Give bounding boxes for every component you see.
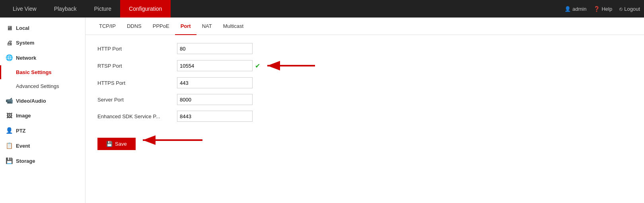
- ptz-icon: 👤: [6, 127, 13, 134]
- monitor-icon: 🖥: [6, 25, 13, 31]
- video-icon: 📹: [6, 97, 13, 104]
- storage-icon: 💾: [6, 157, 13, 164]
- sidebar-label-advanced-settings: Advanced Settings: [16, 83, 59, 89]
- rtsp-arrow: [263, 60, 319, 72]
- save-label: Save: [115, 141, 127, 147]
- https-port-input[interactable]: [177, 77, 253, 88]
- sidebar-label-event: Event: [16, 143, 30, 149]
- tab-ddns[interactable]: DDNS: [121, 18, 147, 35]
- tab-tcpip[interactable]: TCP/IP: [93, 18, 121, 35]
- sidebar-item-system[interactable]: 🖨 System: [0, 35, 85, 50]
- sidebar-label-system: System: [16, 40, 34, 46]
- content-area: TCP/IP DDNS PPPoE Port NAT Multicast HTT…: [86, 18, 644, 203]
- user-icon: 👤: [564, 6, 571, 12]
- tab-nat[interactable]: NAT: [197, 18, 218, 35]
- event-icon: 📋: [6, 142, 13, 149]
- logout-link[interactable]: ⎋ Logout: [619, 6, 640, 12]
- help-link[interactable]: ❓ Help: [593, 6, 612, 12]
- http-port-row: HTTP Port: [97, 43, 632, 54]
- https-port-row: HTTPS Port: [97, 77, 632, 88]
- admin-link[interactable]: 👤 admin: [564, 6, 586, 12]
- main-layout: 🖥 Local 🖨 System 🌐 Network Basic Setting…: [0, 18, 644, 203]
- server-port-label: Server Port: [97, 97, 177, 103]
- sidebar-label-video-audio: Video/Audio: [16, 98, 46, 104]
- save-row: 💾 Save: [97, 130, 632, 150]
- sidebar-label-image: Image: [16, 113, 31, 119]
- rtsp-valid-icon: ✔: [255, 62, 260, 70]
- server-port-input[interactable]: [177, 94, 253, 105]
- sidebar-item-ptz[interactable]: 👤 PTZ: [0, 123, 85, 138]
- sidebar-label-basic-settings: Basic Settings: [16, 69, 52, 75]
- save-icon: 💾: [106, 141, 113, 147]
- port-form: HTTP Port RTSP Port ✔: [86, 35, 644, 158]
- nav-live-view[interactable]: Live View: [4, 0, 45, 18]
- nav-right: 👤 admin ❓ Help ⎋ Logout: [564, 6, 640, 12]
- sidebar-item-network[interactable]: 🌐 Network: [0, 50, 85, 65]
- rtsp-port-input[interactable]: [177, 60, 253, 71]
- sidebar-item-event[interactable]: 📋 Event: [0, 138, 85, 153]
- tab-port[interactable]: Port: [175, 18, 197, 35]
- http-port-input[interactable]: [177, 43, 253, 54]
- sidebar-item-advanced-settings[interactable]: Advanced Settings: [0, 79, 85, 93]
- sdk-port-label: Enhanced SDK Service P...: [97, 113, 177, 119]
- sidebar-item-image[interactable]: 🖼 Image: [0, 108, 85, 123]
- server-port-row: Server Port: [97, 94, 632, 105]
- http-port-label: HTTP Port: [97, 46, 177, 52]
- help-icon: ❓: [593, 6, 600, 12]
- rtsp-port-label: RTSP Port: [97, 63, 177, 69]
- https-port-label: HTTPS Port: [97, 80, 177, 86]
- sidebar-label-local: Local: [16, 25, 29, 31]
- admin-label: admin: [572, 6, 586, 12]
- logout-label: Logout: [624, 6, 640, 12]
- sdk-port-input[interactable]: [177, 111, 253, 122]
- image-icon: 🖼: [6, 112, 13, 119]
- tab-pppoe[interactable]: PPPoE: [147, 18, 175, 35]
- save-arrow: [139, 134, 206, 146]
- nav-items: Live View Playback Picture Configuration: [4, 0, 564, 18]
- nav-configuration[interactable]: Configuration: [120, 0, 171, 18]
- sidebar-item-local[interactable]: 🖥 Local: [0, 21, 85, 35]
- tab-multicast[interactable]: Multicast: [218, 18, 249, 35]
- top-nav: Live View Playback Picture Configuration…: [0, 0, 644, 18]
- sidebar-label-ptz: PTZ: [16, 128, 26, 134]
- nav-picture[interactable]: Picture: [85, 0, 120, 18]
- rtsp-port-row: RTSP Port ✔: [97, 60, 632, 72]
- sdk-port-row: Enhanced SDK Service P...: [97, 111, 632, 122]
- logout-icon: ⎋: [619, 6, 623, 12]
- tab-bar: TCP/IP DDNS PPPoE Port NAT Multicast: [86, 18, 644, 35]
- sidebar-item-storage[interactable]: 💾 Storage: [0, 153, 85, 168]
- nav-playback[interactable]: Playback: [45, 0, 86, 18]
- sidebar-item-basic-settings[interactable]: Basic Settings: [0, 65, 85, 79]
- system-icon: 🖨: [6, 39, 13, 46]
- sidebar-item-video-audio[interactable]: 📹 Video/Audio: [0, 93, 85, 108]
- sidebar-label-storage: Storage: [16, 158, 35, 164]
- sidebar: 🖥 Local 🖨 System 🌐 Network Basic Setting…: [0, 18, 86, 203]
- save-button[interactable]: 💾 Save: [97, 138, 136, 150]
- sidebar-label-network: Network: [16, 55, 36, 61]
- network-icon: 🌐: [6, 54, 13, 61]
- help-label: Help: [601, 6, 612, 12]
